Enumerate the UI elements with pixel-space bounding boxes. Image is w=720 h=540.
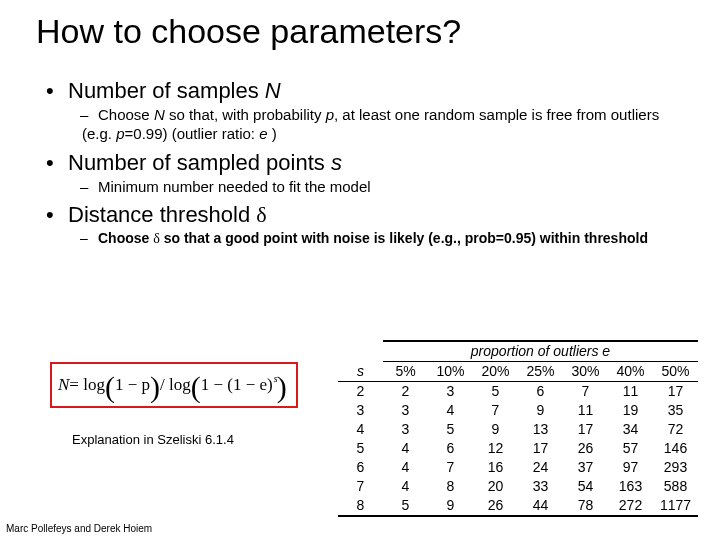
cell: 33 xyxy=(518,477,563,496)
table-row: 64716243797293 xyxy=(338,458,698,477)
table-row: 2235671117 xyxy=(338,382,698,402)
cell: 17 xyxy=(563,420,608,439)
dash-icon: – xyxy=(80,106,98,125)
cell: 11 xyxy=(608,382,653,402)
cell: 54 xyxy=(563,477,608,496)
col-header: 40% xyxy=(608,362,653,382)
div-log: / log xyxy=(160,375,191,395)
table: proportion of outliers e s 5% 10% 20% 25… xyxy=(338,340,698,517)
cell: 57 xyxy=(608,439,653,458)
credit-footer: Marc Pollefeys and Derek Hoiem xyxy=(6,523,152,534)
bullet-text: Number of samples xyxy=(68,78,265,103)
text: =0.99) (outlier ratio: xyxy=(125,125,260,142)
cell: 72 xyxy=(653,420,698,439)
table-body: 2235671117 33479111935 435913173472 5461… xyxy=(338,382,698,517)
bullet-icon: • xyxy=(46,202,68,228)
text: Choose xyxy=(98,106,154,123)
cell: 26 xyxy=(563,439,608,458)
cell: 5 xyxy=(383,496,428,516)
bullet-points: •Number of sampled points s xyxy=(48,150,688,176)
cell-s: 4 xyxy=(338,420,383,439)
caption-text: proportion of outliers xyxy=(471,343,603,359)
cell: 44 xyxy=(518,496,563,516)
cell: 4 xyxy=(428,401,473,420)
text: Minimum number needed to fit the model xyxy=(98,178,371,195)
table-row: 8592644782721177 xyxy=(338,496,698,516)
col-header: 5% xyxy=(383,362,428,382)
var-p: p xyxy=(116,125,124,142)
formula: N = log(1 − p) / log(1 − (1 − e)s) xyxy=(50,362,298,408)
var-s: s xyxy=(331,150,342,175)
cell: 4 xyxy=(383,439,428,458)
cell: 9 xyxy=(428,496,473,516)
var-p: p xyxy=(326,106,334,123)
text: Choose xyxy=(98,230,153,246)
cell: 24 xyxy=(518,458,563,477)
cell: 9 xyxy=(473,420,518,439)
cell-s: 2 xyxy=(338,382,383,402)
table-header-row: s 5% 10% 20% 25% 30% 40% 50% xyxy=(338,362,698,382)
cell: 293 xyxy=(653,458,698,477)
cell: 3 xyxy=(428,382,473,402)
cell: 17 xyxy=(518,439,563,458)
explanation-note: Explanation in Szeliski 6.1.4 xyxy=(72,432,234,447)
cell: 37 xyxy=(563,458,608,477)
slide-title: How to choose parameters? xyxy=(36,12,461,51)
var-e: e xyxy=(259,125,267,142)
cell: 163 xyxy=(608,477,653,496)
cell: 146 xyxy=(653,439,698,458)
var-N: N xyxy=(58,375,69,395)
cell: 1177 xyxy=(653,496,698,516)
cell: 7 xyxy=(428,458,473,477)
dash-icon: – xyxy=(80,230,98,248)
var-e: e xyxy=(602,343,610,359)
cell: 272 xyxy=(608,496,653,516)
sub-bullet-samples: –Choose N so that, with probability p, a… xyxy=(82,106,688,144)
eq: = log xyxy=(69,375,105,395)
table-row: 748203354163588 xyxy=(338,477,698,496)
text: so that a good point with noise is likel… xyxy=(160,230,648,246)
cell: 9 xyxy=(518,401,563,420)
cell: 4 xyxy=(383,458,428,477)
var-delta: δ xyxy=(153,231,160,246)
cell: 4 xyxy=(383,477,428,496)
cell: 7 xyxy=(473,401,518,420)
slide: How to choose parameters? •Number of sam… xyxy=(0,0,720,540)
bullet-icon: • xyxy=(46,150,68,176)
cell: 6 xyxy=(518,382,563,402)
cell: 78 xyxy=(563,496,608,516)
cell-s: 8 xyxy=(338,496,383,516)
var-delta: δ xyxy=(256,202,266,227)
cell: 11 xyxy=(563,401,608,420)
bullet-icon: • xyxy=(46,78,68,104)
cell: 3 xyxy=(383,401,428,420)
cell: 19 xyxy=(608,401,653,420)
cell: 588 xyxy=(653,477,698,496)
cell: 2 xyxy=(383,382,428,402)
cell: 17 xyxy=(653,382,698,402)
cell: 5 xyxy=(428,420,473,439)
col-header: 10% xyxy=(428,362,473,382)
text: ) xyxy=(268,125,277,142)
cell: 7 xyxy=(563,382,608,402)
col-header: 50% xyxy=(653,362,698,382)
cell-s: 6 xyxy=(338,458,383,477)
col-header: 30% xyxy=(563,362,608,382)
cell: 16 xyxy=(473,458,518,477)
table-row: 54612172657146 xyxy=(338,439,698,458)
cell: 13 xyxy=(518,420,563,439)
cell: 6 xyxy=(428,439,473,458)
table-row: 435913173472 xyxy=(338,420,698,439)
cell: 97 xyxy=(608,458,653,477)
table-row: 33479111935 xyxy=(338,401,698,420)
one-minus-p: 1 − p xyxy=(115,375,150,395)
bullet-threshold: •Distance threshold δ xyxy=(48,202,688,228)
bullet-list: •Number of samples N –Choose N so that, … xyxy=(48,74,688,254)
dash-icon: – xyxy=(80,178,98,197)
cell-s: 3 xyxy=(338,401,383,420)
cell: 35 xyxy=(653,401,698,420)
col-s: s xyxy=(338,362,383,382)
cell: 26 xyxy=(473,496,518,516)
table-caption: proportion of outliers e xyxy=(383,341,698,362)
cell: 34 xyxy=(608,420,653,439)
